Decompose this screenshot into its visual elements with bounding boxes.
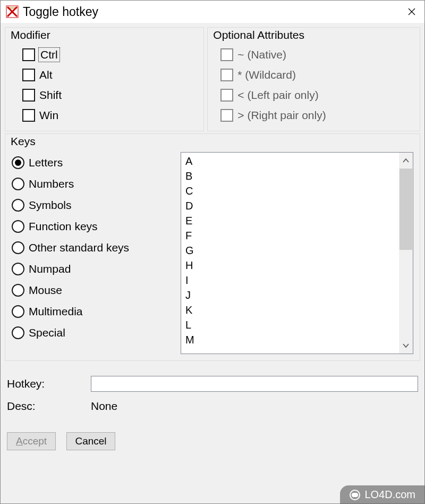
category-otherstd-radio[interactable] xyxy=(12,241,24,254)
category-function-row: Function keys xyxy=(12,216,171,237)
attr-native-label[interactable]: ~ (Native) xyxy=(237,48,286,61)
desc-value: None xyxy=(91,400,117,413)
modifier-group-title: Modifier xyxy=(10,29,52,41)
category-numbers-row: Numbers xyxy=(12,173,171,195)
list-item[interactable]: E xyxy=(185,213,395,228)
modifier-alt-row: Alt xyxy=(11,65,198,85)
modifier-win-row: Win xyxy=(11,105,198,125)
list-item[interactable]: K xyxy=(185,303,395,317)
attr-wildcard-label[interactable]: * (Wildcard) xyxy=(237,69,296,81)
attr-leftpair-checkbox[interactable] xyxy=(220,89,233,102)
watermark-text: LO4D.com xyxy=(364,489,415,501)
category-multimedia-radio[interactable] xyxy=(12,305,24,318)
optional-attributes-title: Optional Attributes xyxy=(212,29,305,41)
keys-group: Keys Letters Numbers Symbols Function ke… xyxy=(5,133,420,361)
scroll-down-button[interactable] xyxy=(399,338,413,354)
attr-leftpair-label[interactable]: < (Left pair only) xyxy=(237,89,318,102)
modifier-ctrl-checkbox[interactable] xyxy=(22,48,35,61)
category-numpad-label[interactable]: Numpad xyxy=(29,263,71,275)
attr-rightpair-checkbox[interactable] xyxy=(220,109,233,122)
category-symbols-radio[interactable] xyxy=(12,199,24,212)
scroll-track[interactable] xyxy=(399,169,413,338)
dialog-buttons: Accept Cancel xyxy=(5,432,420,450)
desc-label: Desc: xyxy=(7,400,86,413)
list-item[interactable]: B xyxy=(185,169,395,183)
cancel-button[interactable]: Cancel xyxy=(66,432,115,450)
category-symbols-label[interactable]: Symbols xyxy=(29,199,72,212)
modifier-group: Modifier Ctrl Alt Shift Win xyxy=(5,27,204,131)
scroll-up-button[interactable] xyxy=(399,153,413,169)
top-groups-row: Modifier Ctrl Alt Shift Win xyxy=(5,27,420,131)
attr-wildcard-row: * (Wildcard) xyxy=(213,65,414,85)
category-function-label[interactable]: Function keys xyxy=(29,220,98,233)
attr-leftpair-row: < (Left pair only) xyxy=(213,85,414,105)
key-categories: Letters Numbers Symbols Function keys Ot… xyxy=(12,152,171,354)
category-special-row: Special xyxy=(12,322,171,343)
category-numpad-radio[interactable] xyxy=(12,263,24,275)
list-item[interactable]: I xyxy=(185,273,395,288)
category-mouse-radio[interactable] xyxy=(12,284,24,297)
optional-attributes-group: Optional Attributes ~ (Native) * (Wildca… xyxy=(207,27,420,131)
modifier-ctrl-row: Ctrl xyxy=(11,45,198,65)
list-item[interactable]: A xyxy=(185,154,395,169)
category-otherstd-label[interactable]: Other standard keys xyxy=(29,241,129,254)
list-item[interactable]: G xyxy=(185,243,395,258)
category-otherstd-row: Other standard keys xyxy=(12,237,171,258)
close-button[interactable] xyxy=(400,2,423,22)
hotkey-label: Hotkey: xyxy=(7,377,86,390)
attr-rightpair-row: > (Right pair only) xyxy=(213,105,414,125)
category-letters-radio[interactable] xyxy=(12,156,24,169)
modifier-shift-label[interactable]: Shift xyxy=(39,89,62,102)
list-item[interactable]: J xyxy=(185,288,395,303)
modifier-win-checkbox[interactable] xyxy=(22,109,35,122)
category-letters-label[interactable]: Letters xyxy=(29,156,63,169)
attr-native-row: ~ (Native) xyxy=(213,45,414,65)
category-mouse-row: Mouse xyxy=(12,280,171,301)
modifier-ctrl-label[interactable]: Ctrl xyxy=(39,48,59,61)
category-numpad-row: Numpad xyxy=(12,258,171,280)
desc-row: Desc: None xyxy=(7,395,418,417)
category-special-radio[interactable] xyxy=(12,326,24,339)
list-item[interactable]: D xyxy=(185,198,395,213)
list-item[interactable]: L xyxy=(185,317,395,332)
attr-native-checkbox[interactable] xyxy=(220,48,233,61)
app-icon xyxy=(5,4,20,19)
category-symbols-row: Symbols xyxy=(12,195,171,216)
window-title: Toggle hotkey xyxy=(23,5,400,19)
listbox-scrollbar[interactable] xyxy=(399,153,413,354)
modifier-alt-label[interactable]: Alt xyxy=(39,69,53,81)
list-item[interactable]: M xyxy=(185,332,395,347)
scroll-thumb[interactable] xyxy=(400,169,412,250)
modifier-shift-row: Shift xyxy=(11,85,198,105)
bottom-fields: Hotkey: Desc: None xyxy=(5,373,420,417)
modifier-shift-checkbox[interactable] xyxy=(22,89,35,102)
category-multimedia-label[interactable]: Multimedia xyxy=(29,305,83,318)
list-item[interactable]: F xyxy=(185,228,395,243)
hotkey-row: Hotkey: xyxy=(7,373,418,395)
client-area: Modifier Ctrl Alt Shift Win xyxy=(1,23,424,503)
key-list-container: A B C D E F G H I J K L M xyxy=(181,152,413,354)
category-numbers-radio[interactable] xyxy=(12,178,24,190)
dialog-window: Toggle hotkey Modifier Ctrl Alt xyxy=(0,0,425,504)
category-numbers-label[interactable]: Numbers xyxy=(29,178,74,190)
list-item[interactable]: H xyxy=(185,258,395,273)
modifier-win-label[interactable]: Win xyxy=(39,109,58,122)
watermark: LO4D.com xyxy=(340,485,425,504)
category-mouse-label[interactable]: Mouse xyxy=(29,284,62,297)
hotkey-input[interactable] xyxy=(91,376,418,392)
category-multimedia-row: Multimedia xyxy=(12,301,171,322)
category-function-radio[interactable] xyxy=(12,220,24,233)
watermark-icon xyxy=(350,490,360,500)
accept-button[interactable]: Accept xyxy=(7,432,56,450)
attr-rightpair-label[interactable]: > (Right pair only) xyxy=(237,109,326,122)
attr-wildcard-checkbox[interactable] xyxy=(220,69,233,81)
key-listbox[interactable]: A B C D E F G H I J K L M xyxy=(181,153,399,354)
modifier-alt-checkbox[interactable] xyxy=(22,69,35,81)
category-special-label[interactable]: Special xyxy=(29,326,65,339)
list-item[interactable]: C xyxy=(185,183,395,198)
keys-group-title: Keys xyxy=(10,135,37,148)
titlebar: Toggle hotkey xyxy=(1,1,424,23)
category-letters-row: Letters xyxy=(12,152,171,173)
